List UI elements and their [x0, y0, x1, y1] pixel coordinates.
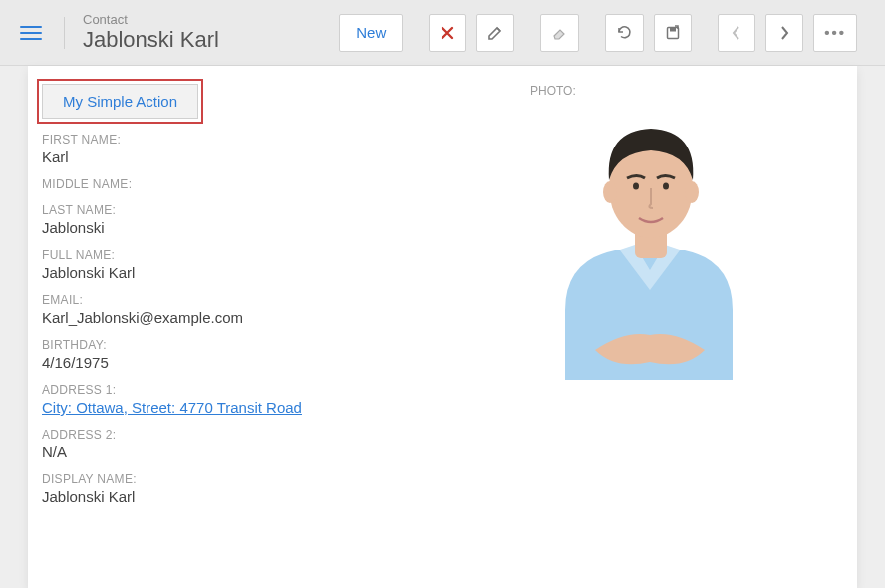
- field-label: DISPLAY NAME:: [42, 472, 516, 486]
- field-label: LAST NAME:: [42, 203, 516, 217]
- field-middle-name: MIDDLE NAME:: [42, 177, 516, 191]
- next-record-button[interactable]: [765, 14, 803, 52]
- field-value: 4/16/1975: [42, 354, 516, 371]
- field-birthday: BIRTHDAY: 4/16/1975: [42, 338, 516, 371]
- field-address2: ADDRESS 2: N/A: [42, 428, 516, 460]
- chevron-right-icon: [777, 25, 791, 41]
- field-last-name: LAST NAME: Jablonski: [42, 203, 516, 236]
- field-email: EMAIL: Karl_Jablonski@example.com: [42, 293, 516, 326]
- field-address1: ADDRESS 1: City: Ottawa, Street: 4770 Tr…: [42, 383, 516, 416]
- field-label: BIRTHDAY:: [42, 338, 516, 352]
- delete-button[interactable]: [429, 14, 466, 52]
- ellipsis-icon: •••: [824, 24, 846, 41]
- svg-point-5: [685, 181, 699, 203]
- photo-label: PHOTO:: [530, 84, 843, 98]
- new-button[interactable]: New: [339, 14, 403, 52]
- field-full-name: FULL NAME: Jablonski Karl: [42, 248, 516, 281]
- field-first-name: FIRST NAME: Karl: [42, 133, 516, 165]
- page-title-block: Contact Jablonski Karl: [83, 13, 219, 51]
- field-value: N/A: [42, 443, 516, 460]
- toolbar: New: [339, 14, 857, 52]
- field-value: Jablonski Karl: [42, 264, 516, 281]
- detail-card: My Simple Action FIRST NAME: Karl MIDDLE…: [28, 66, 857, 588]
- prev-record-button[interactable]: [718, 14, 755, 52]
- svg-rect-1: [670, 27, 676, 31]
- close-icon: [440, 25, 455, 41]
- chevron-left-icon: [730, 25, 743, 41]
- field-value: Jablonski Karl: [42, 488, 516, 505]
- breadcrumb: Contact: [83, 13, 219, 27]
- field-value: Karl: [42, 148, 516, 165]
- refresh-icon: [616, 24, 633, 41]
- field-value-link[interactable]: City: Ottawa, Street: 4770 Transit Road: [42, 399, 516, 416]
- save-icon: [665, 25, 681, 41]
- field-value: Karl_Jablonski@example.com: [42, 309, 516, 326]
- field-value: Jablonski: [42, 219, 516, 236]
- svg-point-4: [603, 181, 617, 203]
- photo-column: PHOTO:: [530, 84, 843, 517]
- avatar: [535, 101, 764, 383]
- field-label: MIDDLE NAME:: [42, 177, 516, 191]
- divider: [64, 17, 65, 49]
- field-label: ADDRESS 1:: [42, 383, 516, 397]
- field-display-name: DISPLAY NAME: Jablonski Karl: [42, 472, 516, 505]
- field-label: FIRST NAME:: [42, 133, 516, 147]
- svg-point-7: [663, 182, 669, 189]
- more-actions-button[interactable]: •••: [813, 14, 857, 52]
- hamburger-menu-icon[interactable]: [20, 26, 42, 40]
- save-button[interactable]: [654, 14, 692, 52]
- field-label: EMAIL:: [42, 293, 516, 307]
- header-toolbar: Contact Jablonski Karl New: [0, 0, 885, 66]
- svg-point-6: [633, 182, 639, 189]
- contact-photo: [530, 102, 769, 381]
- eraser-icon: [551, 24, 568, 41]
- edit-button[interactable]: [476, 14, 514, 52]
- erase-button[interactable]: [540, 14, 579, 52]
- page-title: Jablonski Karl: [83, 28, 219, 52]
- refresh-button[interactable]: [605, 14, 644, 52]
- field-label: FULL NAME:: [42, 248, 516, 262]
- pencil-icon: [487, 25, 503, 41]
- my-simple-action-button[interactable]: My Simple Action: [42, 84, 198, 119]
- field-label: ADDRESS 2:: [42, 428, 516, 441]
- fields-column: My Simple Action FIRST NAME: Karl MIDDLE…: [42, 84, 530, 517]
